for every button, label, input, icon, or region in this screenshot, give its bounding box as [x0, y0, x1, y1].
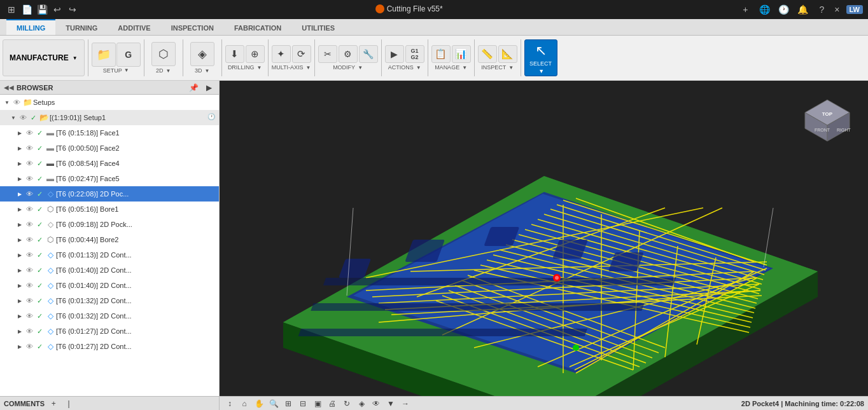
redo-icon[interactable]: ↪ — [66, 3, 79, 16]
eye-pocket2d2[interactable]: 👁 — [24, 219, 34, 229]
expand-face2[interactable]: ▶ — [15, 144, 24, 153]
expand-cont5[interactable]: ▶ — [15, 311, 24, 320]
eye-bore1[interactable]: 👁 — [24, 204, 34, 214]
eye-face4[interactable]: 👁 — [24, 158, 34, 168]
layer-icon[interactable]: ◈ — [355, 398, 368, 409]
modify-icon-2[interactable]: ⚙ — [339, 45, 358, 63]
manage-icon-1[interactable]: 📋 — [431, 45, 451, 63]
tab-turning[interactable]: TURNING — [55, 19, 108, 35]
tab-utilities[interactable]: UTILITIES — [291, 19, 345, 35]
comments-expand-icon[interactable]: | — [62, 398, 75, 409]
tab-fabrication[interactable]: FABRICATION — [224, 19, 291, 35]
eye-cont5[interactable]: 👁 — [24, 311, 34, 321]
inspect-icon-1[interactable]: 📏 — [478, 45, 497, 63]
setup-icon-g[interactable]: G — [116, 43, 141, 67]
view-icon[interactable]: 👁 — [370, 398, 382, 409]
save-icon[interactable]: 💾 — [36, 3, 48, 16]
tree-item-setups[interactable]: ▼ 👁 📁 Setups — [0, 95, 219, 110]
inspect-icon-2[interactable]: 📐 — [498, 45, 517, 63]
expand-pocket2d2[interactable]: ▶ — [15, 220, 24, 229]
multi-axis-icon-1[interactable]: ✦ — [272, 45, 291, 63]
expand-cont1[interactable]: ▶ — [15, 250, 24, 259]
drilling-icon-1[interactable]: ⬇ — [225, 45, 244, 63]
filter-icon[interactable]: ▼ — [384, 398, 397, 409]
tree-item-face5[interactable]: ▶ 👁 ✓ ▬ [T6 (0:02:47)] Face5 — [0, 171, 219, 186]
expand-face1[interactable]: ▶ — [15, 128, 24, 137]
pan-icon[interactable]: ✋ — [253, 398, 265, 409]
eye-cont7[interactable]: 👁 — [24, 341, 34, 352]
tab-inspection[interactable]: INSPECTION — [161, 19, 224, 35]
eye-setups[interactable]: 👁 — [11, 97, 22, 107]
expand-pocket2d[interactable]: ▶ — [15, 189, 24, 198]
tree-item-cont5[interactable]: ▶ 👁 ✓ ◇ [T6 (0:01:32)] 2D Cont... — [0, 308, 219, 324]
tree-item-face4[interactable]: ▶ 👁 ✓ ▬ [T6 (0:08:54)] Face4 — [0, 156, 219, 171]
tree-item-setup1[interactable]: ▼ 👁 ✓ 📂 [(1:19:01)] Setup1 🕐 — [0, 110, 219, 125]
tree-item-pocket2d[interactable]: ▶ 👁 ✓ ◇ [T6 (0:22:08)] 2D Poc... — [0, 186, 219, 202]
tree-item-face1[interactable]: ▶ 👁 ✓ ▬ [T6 (0:15:18)] Face1 — [0, 125, 219, 140]
eye-face5[interactable]: 👁 — [24, 174, 34, 184]
modify-icon-3[interactable]: 🔧 — [359, 45, 378, 63]
tab-additive[interactable]: ADDITIVE — [108, 19, 160, 35]
refresh-icon[interactable]: ↻ — [340, 398, 353, 409]
manage-icon-2[interactable]: 📊 — [452, 45, 471, 63]
3d-viewport[interactable]: TOP FRONT RIGHT — [220, 81, 868, 396]
home-view-icon[interactable]: ⌂ — [238, 398, 251, 409]
select-button[interactable]: ↖ SELECT ▼ — [524, 39, 557, 76]
grid-icon[interactable]: ⊞ — [5, 3, 18, 16]
tree-item-cont7[interactable]: ▶ 👁 ✓ ◇ [T6 (0:01:27)] 2D Cont... — [0, 339, 219, 354]
zoom-icon[interactable]: 🔍 — [267, 398, 280, 409]
eye-cont3[interactable]: 👁 — [24, 280, 34, 290]
expand-cont2[interactable]: ▶ — [15, 266, 24, 275]
expand-cont3[interactable]: ▶ — [15, 281, 24, 290]
setup-icon-folder[interactable]: 📁 — [92, 43, 116, 67]
expand-face4[interactable]: ▶ — [15, 159, 24, 168]
tree-item-face2[interactable]: ▶ 👁 ✓ ▬ [T6 (0:00:50)] Face2 — [0, 140, 219, 156]
expand-cont4[interactable]: ▶ — [15, 296, 24, 305]
expand-setup1[interactable]: ▼ — [9, 113, 18, 122]
eye-cont6[interactable]: 👁 — [24, 326, 34, 336]
arrow-icon[interactable]: → — [399, 398, 412, 409]
tree-item-cont2[interactable]: ▶ 👁 ✓ ◇ [T6 (0:01:40)] 2D Cont... — [0, 263, 219, 278]
globe-icon[interactable]: 🌐 — [758, 3, 771, 16]
close-button[interactable]: × — [834, 4, 839, 15]
expand-bore2[interactable]: ▶ — [15, 235, 24, 244]
print-icon[interactable]: 🖨 — [326, 398, 339, 409]
tree-item-bore2[interactable]: ▶ 👁 ✓ ⬡ [T6 (0:00:44)] Bore2 — [0, 232, 219, 247]
browser-collapse-left[interactable]: ◀◀ — [4, 84, 14, 91]
undo-icon[interactable]: ↩ — [51, 3, 64, 16]
eye-pocket2d[interactable]: 👁 — [24, 189, 34, 199]
browser-expand-icon[interactable]: ▶ — [202, 82, 215, 93]
2d-icon[interactable]: ⬡ — [151, 42, 176, 66]
eye-bore2[interactable]: 👁 — [24, 235, 34, 245]
help-icon[interactable]: ? — [815, 3, 828, 16]
manufacture-button[interactable]: MANUFACTURE ▼ — [3, 39, 85, 76]
browser-pin-icon[interactable]: 📌 — [187, 82, 200, 93]
user-badge[interactable]: LW — [846, 5, 864, 14]
expand-cont6[interactable]: ▶ — [15, 327, 24, 336]
expand-face5[interactable]: ▶ — [15, 174, 24, 183]
tree-item-cont6[interactable]: ▶ 👁 ✓ ◇ [T6 (0:01:27)] 2D Cont... — [0, 324, 219, 339]
actions-icon-1[interactable]: ▶ — [385, 45, 404, 63]
tree-item-bore1[interactable]: ▶ 👁 ✓ ⬡ [T6 (0:05:16)] Bore1 — [0, 202, 219, 217]
add-comment-button[interactable]: + — [47, 398, 60, 409]
tab-milling[interactable]: MILLING — [6, 19, 55, 35]
add-icon[interactable]: + — [739, 3, 752, 16]
tree-item-cont1[interactable]: ▶ 👁 ✓ ◇ [T6 (0:01:13)] 2D Cont... — [0, 247, 219, 263]
expand-bore1[interactable]: ▶ — [15, 205, 24, 214]
new-file-icon[interactable]: 📄 — [20, 3, 33, 16]
multi-axis-icon-2[interactable]: ⟳ — [292, 45, 311, 63]
tree-item-cont4[interactable]: ▶ 👁 ✓ ◇ [T6 (0:01:32)] 2D Cont... — [0, 293, 219, 308]
eye-cont4[interactable]: 👁 — [24, 296, 34, 306]
eye-face1[interactable]: 👁 — [24, 128, 34, 138]
clock-icon[interactable]: 🕐 — [777, 3, 790, 16]
tree-item-cont3[interactable]: ▶ 👁 ✓ ◇ [T6 (0:01:40)] 2D Cont... — [0, 278, 219, 293]
zoom-window-icon[interactable]: ⊞ — [282, 398, 295, 409]
eye-setup1[interactable]: 👁 — [18, 113, 28, 123]
grid-icon[interactable]: ⊟ — [297, 398, 309, 409]
expand-cont7[interactable]: ▶ — [15, 342, 24, 351]
expand-setups[interactable]: ▼ — [3, 98, 11, 107]
drilling-icon-2[interactable]: ⊕ — [246, 45, 265, 63]
bell-icon[interactable]: 🔔 — [796, 3, 809, 16]
eye-face2[interactable]: 👁 — [24, 143, 34, 153]
move-icon[interactable]: ↕ — [223, 398, 236, 409]
